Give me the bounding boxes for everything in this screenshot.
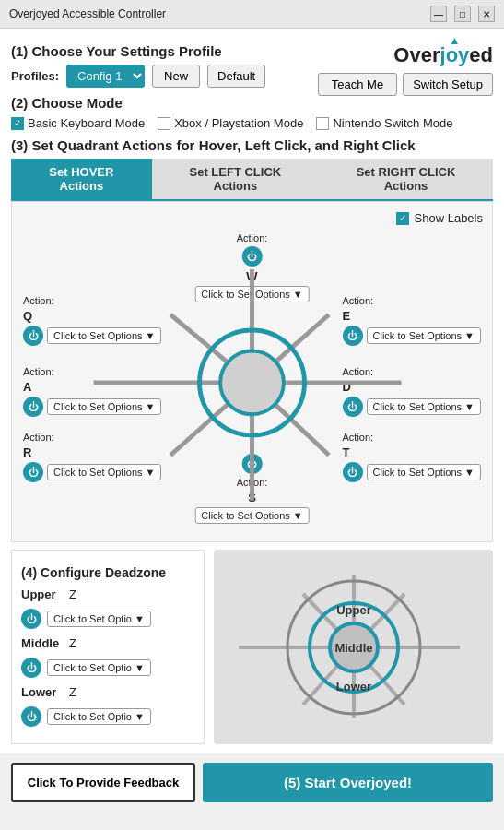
svg-line-5: [170, 383, 252, 456]
action-lu-label: Action:: [23, 295, 54, 306]
action-ll-label: Action:: [23, 432, 54, 443]
chevron-rm-icon: ▼: [464, 401, 475, 412]
action-left-mid-a: Action: A ⏻ Click to Set Options ▼: [23, 366, 161, 417]
checkbox-basic[interactable]: ✓: [11, 117, 24, 130]
options-dz-lower[interactable]: Click to Set Optio ▼: [47, 708, 151, 725]
deadzone-lower-key: Z: [69, 685, 76, 699]
action-top-inline: ⏻: [241, 246, 262, 267]
tab-rightclick[interactable]: Set RIGHT CLICK Actions: [319, 159, 493, 199]
action-rm-label: Action:: [343, 366, 374, 377]
deadzone-middle-label: Middle: [21, 636, 64, 650]
deadzone-lower-label: Lower: [21, 685, 64, 699]
mode-xbox[interactable]: Xbox / Playstation Mode: [158, 116, 303, 130]
close-button[interactable]: ✕: [478, 6, 495, 22]
mode-row: ✓ Basic Keyboard Mode Xbox / Playstation…: [11, 116, 484, 130]
section1-heading: (1) Choose Your Settings Profile: [11, 43, 327, 59]
svg-text:Lower: Lower: [335, 680, 370, 694]
profile-row: Profiles: Config 1 New Default: [11, 65, 327, 88]
checkbox-xbox[interactable]: [158, 117, 170, 130]
options-rm[interactable]: Click to Set Options ▼: [367, 398, 481, 415]
logo-buttons: Teach Me Switch Setup: [318, 73, 493, 96]
tab-leftclick[interactable]: Set LEFT CLICK Actions: [152, 159, 319, 199]
start-button[interactable]: (5) Start Overjoyed!: [203, 763, 493, 802]
options-ll[interactable]: Click to Set Options ▼: [47, 464, 161, 480]
app-title: Overjoyed Accessible Controller: [9, 7, 166, 20]
power-btn-bottom[interactable]: ⏻: [241, 454, 262, 474]
chevron-dzu-icon: ▼: [135, 613, 145, 624]
action-lu-inline: ⏻ Click to Set Options ▼: [23, 326, 161, 346]
tab-row: Set HOVER Actions Set LEFT CLICK Actions…: [11, 159, 493, 201]
options-dz-lower-label: Click to Set Optio: [53, 711, 132, 722]
options-lm[interactable]: Click to Set Options ▼: [47, 398, 161, 415]
svg-point-8: [200, 330, 305, 435]
action-rm-inline: ⏻ Click to Set Options ▼: [343, 397, 481, 417]
action-rl-inline: ⏻ Click to Set Options ▼: [343, 462, 481, 482]
options-dz-middle[interactable]: Click to Set Optio ▼: [47, 659, 151, 676]
chevron-dzm-icon: ▼: [135, 662, 145, 673]
deadzone-svg: Upper Middle Lower: [220, 566, 487, 728]
mode-basic-label: Basic Keyboard Mode: [28, 116, 145, 130]
mode-basic[interactable]: ✓ Basic Keyboard Mode: [11, 116, 145, 130]
svg-text:Middle: Middle: [334, 641, 372, 655]
show-labels-row: ✓ Show Labels: [21, 211, 483, 225]
action-top-key: W: [246, 269, 257, 283]
minimize-button[interactable]: —: [430, 6, 447, 22]
default-button[interactable]: Default: [207, 65, 265, 88]
profile-select[interactable]: Config 1: [66, 65, 145, 88]
svg-line-1: [252, 314, 330, 383]
power-btn-dz-lower[interactable]: ⏻: [21, 706, 41, 727]
power-btn-ll[interactable]: ⏻: [23, 462, 43, 482]
options-rl-label: Click to Set Options: [373, 467, 463, 478]
power-btn-lm[interactable]: ⏻: [23, 397, 43, 417]
chevron-dzl-icon: ▼: [135, 711, 145, 722]
options-bottom[interactable]: Click to Set Options ▼: [194, 507, 309, 524]
mode-switch-label: Nintendo Switch Mode: [333, 116, 452, 130]
chevron-lm-icon: ▼: [146, 401, 156, 412]
tab-hover[interactable]: Set HOVER Actions: [11, 159, 152, 199]
switch-setup-button[interactable]: Switch Setup: [403, 73, 493, 96]
power-btn-dz-upper[interactable]: ⏻: [21, 609, 41, 629]
options-rm-label: Click to Set Options: [373, 401, 463, 412]
maximize-button[interactable]: □: [454, 6, 471, 22]
deadzone-middle-controls: ⏻ Click to Set Optio ▼: [21, 658, 194, 678]
action-right-upper-e: Action: E ⏻ Click to Set Options ▼: [343, 295, 481, 346]
title-bar: Overjoyed Accessible Controller — □ ✕: [0, 0, 504, 29]
options-rl[interactable]: Click to Set Options ▼: [367, 464, 481, 480]
section3-heading: (3) Set Quadrant Actions for Hover, Left…: [11, 137, 493, 153]
action-ll-inline: ⏻ Click to Set Options ▼: [23, 462, 161, 482]
power-btn-rl[interactable]: ⏻: [343, 462, 363, 482]
logo: Over ▲ joy ed: [393, 43, 493, 67]
options-dz-upper[interactable]: Click to Set Optio ▼: [47, 611, 151, 627]
show-labels-checkbox[interactable]: ✓: [396, 212, 409, 225]
section2: (2) Choose Mode ✓ Basic Keyboard Mode Xb…: [11, 95, 493, 130]
svg-line-7: [170, 314, 252, 383]
power-btn-dz-middle[interactable]: ⏻: [21, 658, 41, 678]
options-lu[interactable]: Click to Set Options ▼: [47, 327, 161, 344]
checkbox-switch[interactable]: [316, 117, 329, 130]
deadzone-upper-label: Upper: [21, 587, 64, 601]
mode-switch[interactable]: Nintendo Switch Mode: [316, 116, 452, 130]
section3: (3) Set Quadrant Actions for Hover, Left…: [11, 137, 493, 542]
bottom-row: Click To Provide Feedback (5) Start Over…: [0, 763, 504, 812]
options-top[interactable]: Click to Set Options ▼: [194, 286, 309, 302]
section4: (4) Configure Deadzone Upper Z ⏻ Click t…: [11, 550, 493, 744]
new-button[interactable]: New: [152, 65, 200, 88]
action-lm-inline: ⏻ Click to Set Options ▼: [23, 397, 161, 417]
options-ru[interactable]: Click to Set Options ▼: [367, 327, 481, 344]
power-btn-ru[interactable]: ⏻: [343, 326, 363, 346]
power-btn-top[interactable]: ⏻: [241, 246, 262, 267]
feedback-button[interactable]: Click To Provide Feedback: [11, 763, 195, 802]
teach-me-button[interactable]: Teach Me: [318, 73, 397, 96]
deadzone-lower-controls: ⏻ Click to Set Optio ▼: [21, 706, 194, 727]
deadzone-upper-controls: ⏻ Click to Set Optio ▼: [21, 609, 194, 629]
action-right-mid-d: Action: D ⏻ Click to Set Options ▼: [343, 366, 481, 417]
action-bottom-label: Action:: [237, 477, 268, 488]
power-btn-lu[interactable]: ⏻: [23, 326, 43, 346]
mode-xbox-label: Xbox / Playstation Mode: [174, 116, 303, 130]
action-top-label: Action:: [237, 232, 268, 243]
power-btn-rm[interactable]: ⏻: [343, 397, 363, 417]
section2-heading: (2) Choose Mode: [11, 95, 484, 111]
chevron-rl-icon: ▼: [464, 467, 475, 478]
quadrant-panel: ✓ Show Labels: [11, 201, 493, 542]
joystick-area: Action: ⏻ W Click to Set Options ▼ ⏻ Act…: [21, 231, 483, 526]
